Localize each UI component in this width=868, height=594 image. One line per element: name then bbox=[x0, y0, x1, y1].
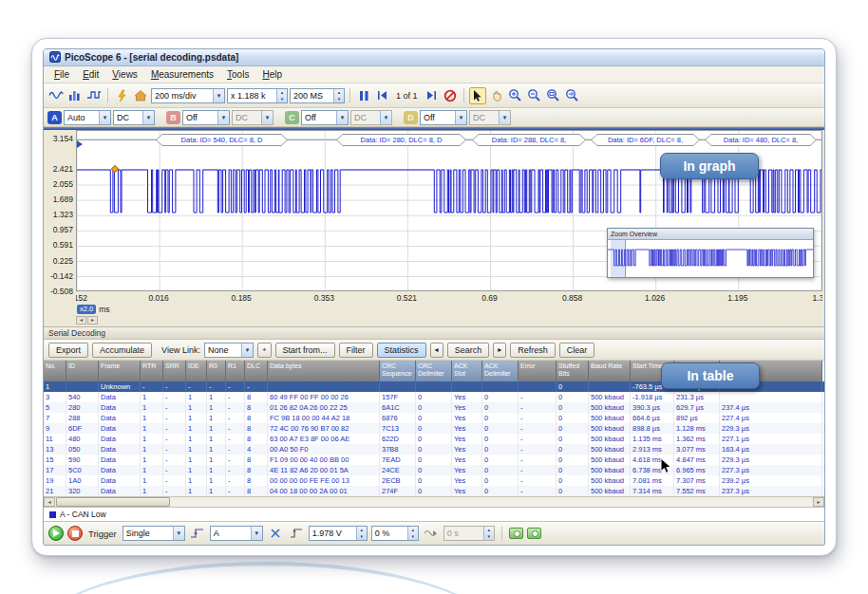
pause-icon[interactable] bbox=[355, 87, 372, 104]
table-row[interactable]: 13050Data1-11-400 A0 50 F037B80Yes0-0500… bbox=[44, 444, 824, 455]
column-header-no[interactable]: No. bbox=[44, 361, 66, 381]
persistence-view-icon[interactable] bbox=[85, 87, 103, 104]
menu-measurements[interactable]: Measurements bbox=[144, 68, 220, 81]
channel-a-marker[interactable] bbox=[77, 140, 83, 148]
column-header-baud-rate[interactable]: Baud Rate bbox=[589, 361, 631, 381]
column-header-dlc[interactable]: DLC bbox=[245, 361, 268, 381]
zoom-overview-title[interactable]: Zoom Overview bbox=[608, 229, 813, 240]
trigger-mode-select[interactable]: Single▾ bbox=[123, 526, 185, 541]
waveform-plot[interactable]: Data: ID= 540, DLC= 8, DData: ID= 280, D… bbox=[76, 130, 822, 291]
scroll-left-icon[interactable]: ◂ bbox=[76, 316, 86, 325]
table-row[interactable]: 7288Data1-11-8FC 9B 18 00 00 44 A2 18687… bbox=[44, 413, 824, 423]
lightning-icon[interactable] bbox=[113, 87, 130, 104]
menu-edit[interactable]: Edit bbox=[76, 68, 105, 81]
table-row[interactable]: 175C0Data1-11-84E 11 82 A6 20 00 01 5A24… bbox=[44, 465, 824, 475]
column-header-frame[interactable]: Frame bbox=[99, 361, 141, 381]
rising-edge-icon[interactable] bbox=[288, 525, 305, 542]
decode-label-bubble[interactable]: Data: ID= 288, DLC= 8, bbox=[472, 134, 586, 146]
zoom-in-icon[interactable] bbox=[507, 87, 524, 104]
column-header-rtr[interactable]: RTR bbox=[141, 361, 163, 381]
channel-a-button[interactable]: A bbox=[47, 111, 62, 124]
menu-tools[interactable]: Tools bbox=[220, 68, 255, 81]
channel-b-button[interactable]: B bbox=[166, 111, 180, 124]
clear-button[interactable]: Clear bbox=[559, 343, 595, 358]
table-row[interactable]: 96DFData1-11-872 4C 00 76 90 B7 00 827C1… bbox=[44, 423, 824, 434]
table-scrollbar[interactable]: ◂ ▸ bbox=[44, 496, 824, 508]
channel-c-coupling-select[interactable]: DC▾ bbox=[350, 110, 392, 125]
zoom-factor-spinner[interactable]: x 1.188 k▴▾ bbox=[227, 88, 288, 103]
statistics-button[interactable]: Statistics bbox=[377, 343, 426, 358]
channel-b-coupling-select[interactable]: DC▾ bbox=[232, 110, 274, 125]
column-header-stuffed-bits[interactable]: Stuffed Bits bbox=[557, 361, 589, 381]
zoom-undo-icon[interactable] bbox=[564, 87, 581, 104]
stop-capture-button[interactable] bbox=[67, 526, 83, 541]
next-capture-icon[interactable] bbox=[423, 87, 440, 104]
menu-views[interactable]: Views bbox=[105, 68, 144, 81]
start-capture-button[interactable] bbox=[48, 526, 64, 541]
column-header-ack-delimiter[interactable]: ACK Delimiter bbox=[482, 361, 519, 381]
column-header-crc-sequence[interactable]: CRC Sequence bbox=[380, 361, 416, 381]
trigger-timeout-spinner[interactable]: 0 s▴▾ bbox=[443, 526, 495, 541]
column-header-crc-delimiter[interactable]: CRC Delimiter bbox=[416, 361, 452, 381]
channel-a-range-select[interactable]: Auto▾ bbox=[64, 110, 111, 125]
scroll-left-icon[interactable]: ◂ bbox=[44, 497, 55, 507]
spinner-arrows-icon[interactable]: ▴▾ bbox=[356, 527, 367, 540]
scrollbar-thumb[interactable] bbox=[56, 497, 170, 507]
zoom-window-icon[interactable] bbox=[545, 87, 562, 104]
export-button[interactable]: Export bbox=[48, 343, 88, 358]
zoom-overview-body[interactable] bbox=[608, 240, 813, 277]
cursor-tool-icon[interactable] bbox=[469, 87, 486, 104]
column-header-ide[interactable]: IDE bbox=[186, 361, 207, 381]
table-row[interactable]: 21320Data1-11-804 00 18 00 00 2A 00 0127… bbox=[44, 486, 824, 496]
spinner-arrows-icon[interactable]: ▴▾ bbox=[333, 89, 344, 102]
column-header-r0[interactable]: R0 bbox=[207, 361, 226, 381]
channel-c-button[interactable]: C bbox=[285, 111, 299, 124]
trigger-marker-icon[interactable] bbox=[267, 525, 284, 542]
decode-label-bubble[interactable]: Data: ID= 280, DLC= 8, D bbox=[336, 134, 466, 146]
auto-trigger-icon[interactable] bbox=[423, 525, 440, 542]
decode-label-bubble[interactable]: Data: ID= 6DF, DLC= 8, bbox=[591, 134, 700, 146]
add-view-link-button[interactable]: + bbox=[257, 343, 272, 358]
spinner-arrows-icon[interactable]: ▴▾ bbox=[276, 89, 287, 102]
search-prev-icon[interactable]: ◂ bbox=[430, 343, 443, 358]
zoom-overview-window[interactable]: Zoom Overview bbox=[607, 228, 814, 278]
spectrum-view-icon[interactable] bbox=[66, 87, 84, 104]
serial-decoding-caption[interactable]: Serial Decoding bbox=[44, 326, 824, 340]
table-row[interactable]: 3540Data1-11-860 49 FF 00 FF 00 00 26157… bbox=[44, 392, 824, 402]
decode-label-bubble[interactable]: Data: ID= 540, DLC= 8, D bbox=[156, 134, 288, 146]
table-row[interactable]: 191A0Data1-11-800 00 00 00 FE FE 00 132E… bbox=[44, 475, 824, 486]
refresh-button[interactable]: Refresh bbox=[510, 343, 556, 358]
menu-help[interactable]: Help bbox=[255, 68, 289, 81]
prev-capture-icon[interactable] bbox=[374, 87, 391, 104]
trigger-level-spinner[interactable]: 1.978 V▴▾ bbox=[309, 526, 368, 541]
accumulate-button[interactable]: Accumulate bbox=[92, 343, 152, 358]
trigger-source-select[interactable]: A▾ bbox=[210, 526, 263, 541]
stop-symbol-icon[interactable] bbox=[442, 87, 459, 104]
channel-c-range-select[interactable]: Off▾ bbox=[301, 110, 349, 125]
menu-file[interactable]: File bbox=[47, 68, 76, 81]
column-header-r1[interactable]: R1 bbox=[226, 361, 245, 381]
table-row[interactable]: 11480Data1-11-863 00 A7 E3 8F 00 06 AE62… bbox=[44, 434, 824, 444]
decode-label-bubble[interactable]: Data: ID= 480, DLC= 8, bbox=[705, 134, 817, 146]
column-header-id[interactable]: ID bbox=[66, 361, 99, 381]
camera-icon[interactable] bbox=[509, 528, 523, 539]
zoom-region[interactable] bbox=[611, 240, 626, 277]
channel-d-button[interactable]: D bbox=[404, 111, 418, 124]
channel-b-range-select[interactable]: Off▾ bbox=[182, 110, 230, 125]
trigger-type-icon[interactable] bbox=[189, 525, 206, 542]
channel-d-coupling-select[interactable]: DC▾ bbox=[469, 110, 511, 125]
home-icon[interactable] bbox=[132, 87, 149, 104]
table-row[interactable]: 5280Data1-11-801 26 82 0A 26 00 22 256A1… bbox=[44, 402, 824, 413]
table-row[interactable]: 15590Data1-11-8F1 09 00 00 40 00 BB 007E… bbox=[44, 455, 824, 465]
channel-d-range-select[interactable]: Off▾ bbox=[420, 110, 467, 125]
filter-button[interactable]: Filter bbox=[339, 343, 373, 358]
scroll-right-icon[interactable]: ▸ bbox=[813, 497, 824, 507]
channel-a-coupling-select[interactable]: DC▾ bbox=[113, 110, 155, 125]
view-link-select[interactable]: None▾ bbox=[204, 343, 254, 358]
sample-count-spinner[interactable]: 200 MS▴▾ bbox=[290, 88, 345, 103]
search-button[interactable]: Search bbox=[447, 343, 490, 358]
column-header-ack-slot[interactable]: ACK Slot bbox=[452, 361, 482, 381]
channel-legend-label[interactable]: A - CAN Low bbox=[60, 510, 106, 519]
column-header-data-bytes[interactable]: Data bytes bbox=[268, 361, 380, 381]
start-from-button[interactable]: Start from... bbox=[275, 343, 335, 358]
